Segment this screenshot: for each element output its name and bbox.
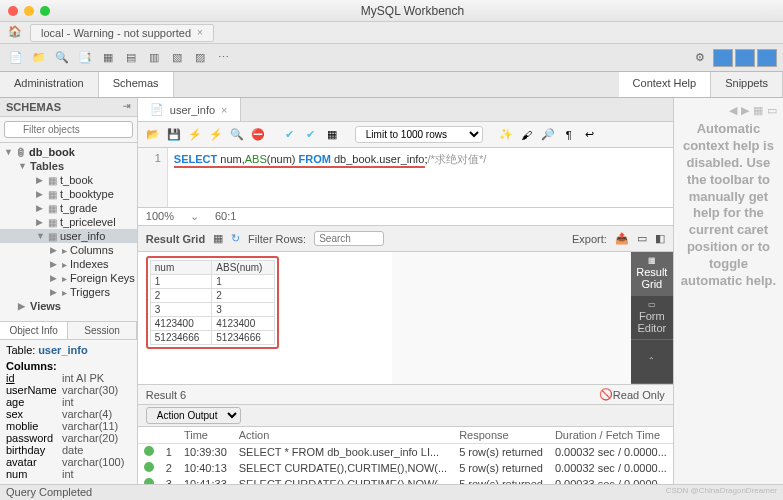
close-window[interactable] bbox=[8, 6, 18, 16]
filter-input[interactable] bbox=[4, 121, 133, 138]
new-tab-icon[interactable]: 📑 bbox=[75, 48, 95, 68]
beautify-icon[interactable]: ✨ bbox=[497, 126, 515, 144]
new-sql-icon[interactable]: 📄 bbox=[6, 48, 26, 68]
table-t-booktype[interactable]: ▶▦t_booktype bbox=[0, 187, 137, 201]
output-row[interactable]: 110:39:30SELECT * FROM db_book.user_info… bbox=[138, 444, 673, 461]
result-tab-label[interactable]: Result 6 bbox=[146, 389, 186, 401]
tables-folder[interactable]: ▼Tables bbox=[0, 159, 137, 173]
output-row[interactable]: 310:41:33SELECT CURDATE(),CURTIME(),NOW(… bbox=[138, 476, 673, 484]
nav-fwd-icon[interactable]: ▶ bbox=[741, 104, 749, 117]
rollback-icon[interactable]: ✔ bbox=[302, 126, 320, 144]
tab-context-help[interactable]: Context Help bbox=[619, 72, 712, 97]
collapse-icon[interactable]: ⇥ bbox=[123, 101, 131, 113]
columns-folder[interactable]: ▶▸Columns bbox=[0, 243, 137, 257]
export-icon[interactable]: 📤 bbox=[615, 232, 629, 245]
layout-bottom[interactable] bbox=[735, 49, 755, 67]
sql-tab-user-info[interactable]: 📄 user_info × bbox=[138, 98, 241, 121]
output-row[interactable]: 210:40:13SELECT CURDATE(),CURTIME(),NOW(… bbox=[138, 460, 673, 476]
inspector-icon[interactable]: 🔍 bbox=[52, 48, 72, 68]
columns-header: Columns: bbox=[6, 360, 131, 372]
tab-session[interactable]: Session bbox=[68, 322, 136, 339]
minimize-window[interactable] bbox=[24, 6, 34, 16]
commit-icon[interactable]: ✔ bbox=[281, 126, 299, 144]
limit-select[interactable]: Limit to 1000 rows bbox=[355, 126, 483, 143]
code-line[interactable]: SELECT num,ABS(num) FROM db_book.user_in… bbox=[168, 148, 673, 207]
model-icon[interactable]: ▦ bbox=[98, 48, 118, 68]
gear-icon[interactable]: ⚙ bbox=[690, 48, 710, 68]
triggers-folder[interactable]: ▶▸Triggers bbox=[0, 285, 137, 299]
grid-view-icon[interactable]: ▦ bbox=[213, 232, 223, 245]
result-area: numABS(num)11223341234004123400512346665… bbox=[138, 252, 673, 385]
connection-tab[interactable]: local - Warning - not supported × bbox=[30, 24, 214, 42]
table-t-book[interactable]: ▶▦t_book bbox=[0, 173, 137, 187]
table-row[interactable]: 5123466651234666 bbox=[150, 331, 275, 345]
nav-up-button[interactable]: ⌃ bbox=[631, 340, 673, 384]
views-folder[interactable]: ▶Views bbox=[0, 299, 137, 313]
grid-header[interactable]: num bbox=[150, 261, 212, 275]
foreign-keys-folder[interactable]: ▶▸Foreign Keys bbox=[0, 271, 137, 285]
refresh-icon[interactable]: ↻ bbox=[231, 232, 240, 245]
execute-icon[interactable]: ⚡ bbox=[186, 126, 204, 144]
col-name: moblie bbox=[6, 420, 62, 432]
output-table[interactable]: TimeActionResponseDuration / Fetch Time1… bbox=[138, 427, 673, 484]
traffic-lights[interactable] bbox=[8, 6, 50, 16]
close-icon[interactable]: × bbox=[197, 27, 203, 38]
tab-snippets[interactable]: Snippets bbox=[711, 72, 783, 97]
indexes-folder[interactable]: ▶▸Indexes bbox=[0, 257, 137, 271]
open-sql-icon[interactable]: 📁 bbox=[29, 48, 49, 68]
find-icon[interactable]: 🔎 bbox=[539, 126, 557, 144]
table-row[interactable]: 22 bbox=[150, 289, 275, 303]
more-icon[interactable]: ⋯ bbox=[213, 48, 233, 68]
form-editor-button[interactable]: ▭Form Editor bbox=[631, 296, 673, 340]
wrap-cell-icon[interactable]: ▭ bbox=[637, 232, 647, 245]
sql-editor[interactable]: 1 SELECT num,ABS(num) FROM db_book.user_… bbox=[138, 148, 673, 208]
nav-back-icon[interactable]: ◀ bbox=[729, 104, 737, 117]
execute-cursor-icon[interactable]: ⚡ bbox=[207, 126, 225, 144]
close-icon[interactable]: × bbox=[221, 104, 227, 116]
tabs-row: Administration Schemas Context Help Snip… bbox=[0, 72, 783, 98]
tab-administration[interactable]: Administration bbox=[0, 72, 99, 97]
titlebar: MySQL Workbench bbox=[0, 0, 783, 22]
zoom-window[interactable] bbox=[40, 6, 50, 16]
result-grid-button[interactable]: ▦Result Grid bbox=[631, 252, 673, 296]
proc-icon[interactable]: ▧ bbox=[167, 48, 187, 68]
tab-object-info[interactable]: Object Info bbox=[0, 322, 68, 339]
layout-left[interactable] bbox=[713, 49, 733, 67]
table-user-info[interactable]: ▼▦user_info bbox=[0, 229, 137, 243]
open-icon[interactable]: 📂 bbox=[144, 126, 162, 144]
table-t-pricelevel[interactable]: ▶▦t_pricelevel bbox=[0, 215, 137, 229]
export-label: Export: bbox=[572, 233, 607, 245]
grid-header[interactable]: ABS(num) bbox=[212, 261, 275, 275]
table-row[interactable]: 41234004123400 bbox=[150, 317, 275, 331]
autocommit-icon[interactable]: ▦ bbox=[323, 126, 341, 144]
brush-icon[interactable]: 🖌 bbox=[518, 126, 536, 144]
table-row[interactable]: 11 bbox=[150, 275, 275, 289]
stop-icon[interactable]: ⛔ bbox=[249, 126, 267, 144]
table-icon: ▦ bbox=[48, 189, 57, 200]
status-message: Query Completed bbox=[6, 486, 92, 499]
view-icon[interactable]: ▥ bbox=[144, 48, 164, 68]
panel-toggle-icon[interactable]: ◧ bbox=[655, 232, 665, 245]
result-grid[interactable]: numABS(num)11223341234004123400512346665… bbox=[150, 260, 276, 345]
table-row[interactable]: 33 bbox=[150, 303, 275, 317]
result-footer: Result 6 🚫 Read Only bbox=[138, 385, 673, 405]
tab-schemas[interactable]: Schemas bbox=[99, 72, 174, 97]
invisible-icon[interactable]: ¶ bbox=[560, 126, 578, 144]
output-select[interactable]: Action Output bbox=[146, 407, 241, 424]
home-icon[interactable]: 🏠 bbox=[8, 25, 24, 41]
help-manual-icon[interactable]: ▭ bbox=[767, 104, 777, 117]
col-type: int bbox=[62, 396, 74, 408]
schema-db-book[interactable]: ▼🛢db_book bbox=[0, 145, 137, 159]
func-icon[interactable]: ▨ bbox=[190, 48, 210, 68]
save-icon[interactable]: 💾 bbox=[165, 126, 183, 144]
help-auto-icon[interactable]: ▦ bbox=[753, 104, 763, 117]
wrap-icon[interactable]: ↩ bbox=[581, 126, 599, 144]
filter-input[interactable] bbox=[314, 231, 384, 246]
schema-tree[interactable]: ▼🛢db_book ▼Tables ▶▦t_book ▶▦t_booktype … bbox=[0, 143, 137, 321]
layout-right[interactable] bbox=[757, 49, 777, 67]
explain-icon[interactable]: 🔍 bbox=[228, 126, 246, 144]
zoom-pct[interactable]: 100% bbox=[146, 210, 174, 223]
sql-doc-icon: 📄 bbox=[150, 103, 164, 116]
table-t-grade[interactable]: ▶▦t_grade bbox=[0, 201, 137, 215]
table-icon[interactable]: ▤ bbox=[121, 48, 141, 68]
